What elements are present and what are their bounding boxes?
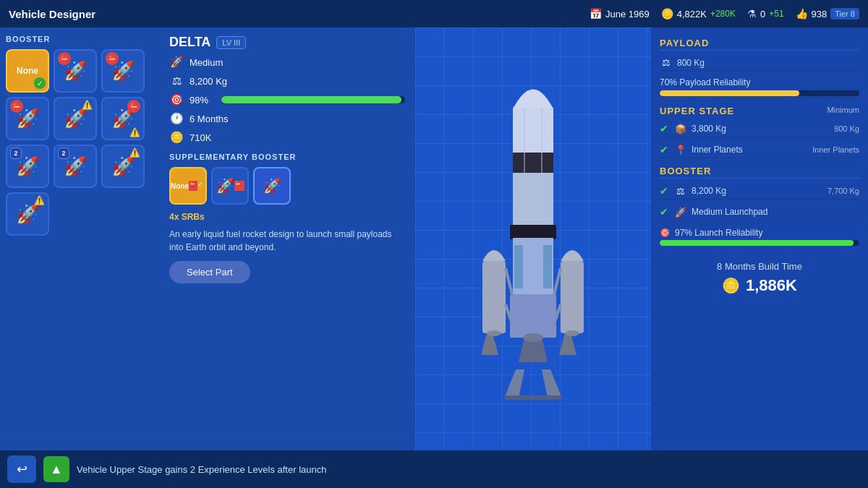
badge-warn-9: ⚠️ xyxy=(34,195,45,205)
badge-warn-8: ⚠️ xyxy=(129,147,140,158)
cost-icon: 🪙 xyxy=(169,131,184,144)
supp-row: None ⛔ ✓ 🚀 ⛔ 🚀 xyxy=(169,167,405,205)
booster-cell-3[interactable]: 🚀 ⛔ xyxy=(6,97,49,140)
notification-text: Vehicle Upper Stage gains 2 Experience L… xyxy=(77,464,326,475)
srb-badge-no-1: ⛔ xyxy=(234,181,244,191)
notify-arrow: ▲ xyxy=(43,456,69,482)
stat-cost: 🪙 710K xyxy=(169,131,405,144)
cost-coin-icon: 🪙 xyxy=(722,277,740,294)
bottombar: ↩ ▲ Vehicle Upper Stage gains 2 Experien… xyxy=(0,450,868,488)
funds-item: 🪙 4,822K +280K xyxy=(661,8,736,20)
svg-rect-4 xyxy=(510,225,556,239)
calendar-icon: 📅 xyxy=(590,8,602,20)
build-time: 8 Months Build Time xyxy=(660,261,859,272)
time-label: 6 Months xyxy=(190,114,228,124)
booster-cell-none[interactable]: None ✓ xyxy=(6,49,49,93)
rep-label: 938 xyxy=(812,9,827,20)
description: An early liquid fuel rocket design to la… xyxy=(169,228,405,254)
payload-reliability-row: 70% Payload Reliability xyxy=(660,75,859,98)
rep-icon: 👍 xyxy=(796,8,808,20)
booster-weight-row: ✔ ⚖ 8,200 Kg 7,700 Kg xyxy=(660,183,859,200)
time-icon: 🕐 xyxy=(169,112,184,125)
check-badge: ✓ xyxy=(34,77,46,89)
app-title: Vehicle Designer xyxy=(9,8,578,20)
back-button[interactable]: ↩ xyxy=(7,455,36,483)
booster-cell-8[interactable]: 🚀 ⚠️ xyxy=(101,145,145,188)
supp-cell-2[interactable]: 🚀 xyxy=(253,167,291,205)
delta-header: DELTA LV III xyxy=(169,35,405,50)
booster-cell-4[interactable]: 🚀 ⚠️ xyxy=(54,97,97,140)
rocket-area xyxy=(415,27,651,450)
stat-size: 🚀 Medium xyxy=(169,56,405,69)
cost-value: 1,886K xyxy=(746,276,797,295)
upper-weight-icon: 📦 xyxy=(674,124,687,134)
booster-section-title: BOOSTER xyxy=(660,163,859,179)
booster-grid: None ✓ 🚀 ⛔ 🚀 ⛔ 🚀 ⛔ 🚀 ⚠️ xyxy=(6,49,153,236)
svg-rect-2 xyxy=(513,153,553,174)
rocket-icon-9: 🚀 xyxy=(16,203,39,226)
upper-stage-min: Minimum xyxy=(827,106,859,114)
upper-planets-check: ✔ xyxy=(660,144,668,155)
funds-delta: +280K xyxy=(710,9,736,19)
select-part-button[interactable]: Select Part xyxy=(169,261,250,283)
srb-icon-1: 🚀 xyxy=(216,177,234,194)
badge-no-5: ⛔ xyxy=(127,100,140,113)
main-layout: BOOSTER None ✓ 🚀 ⛔ 🚀 ⛔ 🚀 ⛔ xyxy=(0,27,868,450)
booster-label: BOOSTER xyxy=(6,35,153,43)
rocket-svg xyxy=(461,66,605,413)
booster-weight-icon: ⚖ xyxy=(674,186,687,197)
srb-icon-2: 🚀 xyxy=(263,177,281,194)
payload-reliability-bar xyxy=(660,90,859,96)
science-item: ⚗ 0 +51 xyxy=(747,8,784,20)
cost-display: 🪙 1,886K xyxy=(660,276,859,295)
center-panel: DELTA LV III 🚀 Medium ⚖ 8,200 Kg 🎯 98% 🕐… xyxy=(159,27,415,450)
weight-label: 8,200 Kg xyxy=(190,76,227,87)
payload-weight-label: 800 Kg xyxy=(677,58,859,68)
booster-launchpad-label: Medium Launchpad xyxy=(692,207,859,217)
reliability-row: 🎯 97% Launch Reliability xyxy=(660,228,859,248)
supp-badge-no: ⛔ xyxy=(189,181,197,191)
upper-weight-label: 3,800 Kg xyxy=(692,124,830,134)
booster-cell-5[interactable]: 🚀 ⛔ ⚠️ xyxy=(101,97,145,140)
booster-weight-label: 8,200 Kg xyxy=(692,186,823,196)
stat-time: 🕐 6 Months xyxy=(169,112,405,125)
reliability-bar xyxy=(221,96,405,103)
cost-label: 710K xyxy=(190,132,211,143)
badge-num-6: 2 xyxy=(10,147,22,159)
booster-weight-min: 7,700 Kg xyxy=(827,187,859,195)
reliability-fill xyxy=(221,96,401,103)
payload-reliability-fill xyxy=(660,90,799,96)
flask-icon: ⚗ xyxy=(747,8,757,20)
upper-stage-header: UPPER STAGE Minimum xyxy=(660,103,859,116)
upper-weight-min: 800 Kg xyxy=(834,124,859,133)
upper-planets-label: Inner Planets xyxy=(692,145,808,155)
reliability-label: 98% xyxy=(190,95,216,106)
booster-cell-1[interactable]: 🚀 ⛔ xyxy=(54,49,97,93)
stat-weight: ⚖ 8,200 Kg xyxy=(169,74,405,87)
science-label: 0 xyxy=(760,9,765,20)
badge-num-7: 2 xyxy=(58,147,69,159)
svg-rect-18 xyxy=(504,395,562,400)
topbar: Vehicle Designer 📅 June 1969 🪙 4,822K +2… xyxy=(0,0,868,27)
funds-label: 4,822K xyxy=(677,9,707,20)
supp-cell-1[interactable]: 🚀 ⛔ xyxy=(211,167,249,205)
booster-cell-7[interactable]: 🚀 2 xyxy=(54,145,97,188)
svg-point-9 xyxy=(487,330,501,336)
svg-rect-3 xyxy=(513,173,553,231)
stat-reliability: 🎯 98% xyxy=(169,93,405,106)
svg-rect-10 xyxy=(561,261,584,333)
upper-stage-title: UPPER STAGE xyxy=(660,103,734,116)
badge-no-3: ⛔ xyxy=(10,100,23,113)
booster-cell-6[interactable]: 🚀 2 xyxy=(6,145,49,188)
rocket-name: DELTA xyxy=(169,35,210,50)
reliability-text: 97% Launch Reliability xyxy=(675,228,762,238)
svg-rect-19 xyxy=(514,245,523,288)
booster-cell-9[interactable]: 🚀 ⚠️ xyxy=(6,192,49,236)
supp-cell-none[interactable]: None ⛔ ✓ xyxy=(169,167,207,205)
booster-cell-2[interactable]: 🚀 ⛔ xyxy=(101,49,145,93)
date-item: 📅 June 1969 xyxy=(590,8,650,20)
science-delta: +51 xyxy=(769,9,783,19)
supp-check-badge: ✓ xyxy=(197,181,206,191)
svg-line-12 xyxy=(506,268,513,297)
reliability-bar xyxy=(660,240,859,246)
